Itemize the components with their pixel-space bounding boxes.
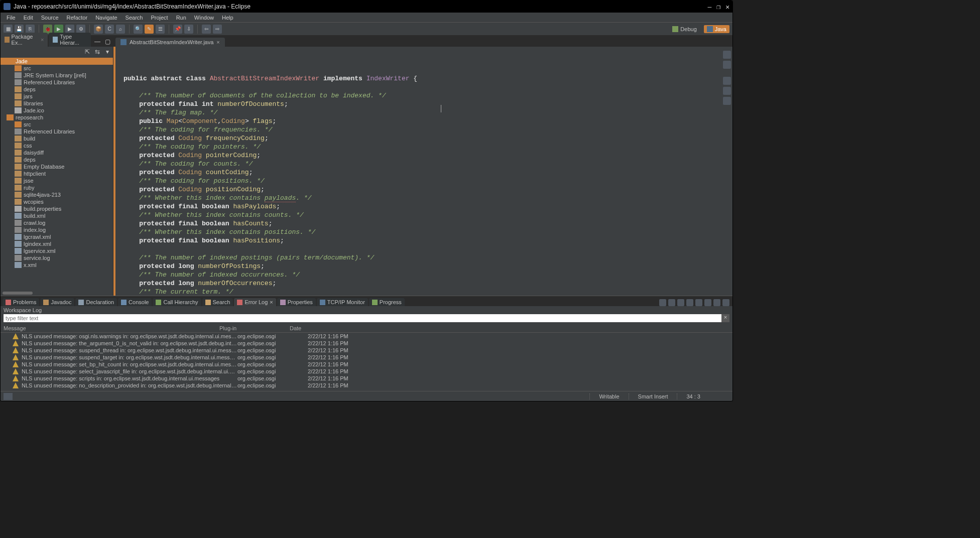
- filter-input[interactable]: [4, 314, 721, 322]
- tree-node[interactable]: lgservice.xml: [1, 247, 113, 254]
- column-message[interactable]: Message: [4, 325, 219, 331]
- log-body[interactable]: NLS unused message: osgi.nls.warnings in…: [1, 333, 732, 391]
- tab-call-hierarchy[interactable]: Call Hierarchy: [153, 298, 201, 306]
- delete-button[interactable]: [686, 299, 693, 306]
- tree-node[interactable]: daisydiff: [1, 149, 113, 156]
- link-editor-button[interactable]: ⇆: [94, 48, 101, 55]
- menu-refactor[interactable]: Refactor: [63, 14, 92, 22]
- import-button[interactable]: [668, 299, 675, 306]
- code-editor[interactable]: public abstract class AbstractBitStreamI…: [119, 47, 721, 296]
- project-tree[interactable]: JadesrcJRE System Library [jre6]Referenc…: [1, 57, 113, 291]
- log-row[interactable]: NLS unused message: suspend_target in: o…: [1, 354, 732, 361]
- tab-declaration[interactable]: Declaration: [75, 298, 117, 306]
- tab-progress[interactable]: Progress: [369, 298, 405, 306]
- overview-ruler-bot[interactable]: [723, 97, 731, 105]
- tab-search[interactable]: Search: [202, 298, 233, 306]
- save-button[interactable]: 💾: [15, 25, 24, 34]
- log-row[interactable]: NLS unused message: set_bp_hit_count in:…: [1, 361, 732, 368]
- forward-button[interactable]: ⇨: [213, 25, 222, 34]
- tree-node[interactable]: x.xml: [1, 261, 113, 268]
- tab-properties[interactable]: Properties: [277, 298, 316, 306]
- tree-scrollbar[interactable]: [1, 291, 113, 296]
- tree-node[interactable]: Jade.ico: [1, 107, 113, 114]
- menu-project[interactable]: Project: [147, 14, 172, 22]
- run-last-button[interactable]: ▶: [65, 25, 74, 34]
- tree-node[interactable]: build.properties: [1, 205, 113, 212]
- tab-console[interactable]: Console: [118, 298, 152, 306]
- next-button[interactable]: ⇩: [184, 25, 193, 34]
- annotation-button[interactable]: ☰: [156, 25, 165, 34]
- save-all-button[interactable]: ⎘: [26, 25, 35, 34]
- tab-error-log[interactable]: Error Log ×: [234, 298, 276, 306]
- tree-node[interactable]: libraries: [1, 100, 113, 107]
- back-button[interactable]: ⇦: [202, 25, 211, 34]
- menu-run[interactable]: Run: [172, 14, 190, 22]
- toggle-mark-button[interactable]: ✎: [145, 25, 154, 34]
- new-package-button[interactable]: 📦: [94, 25, 103, 34]
- log-row[interactable]: NLS unused message: no_description_provi…: [1, 382, 732, 389]
- tree-node[interactable]: lgcrawl.xml: [1, 233, 113, 240]
- tree-node[interactable]: deps: [1, 156, 113, 163]
- clear-button[interactable]: [677, 299, 684, 306]
- external-tools-button[interactable]: ⚙: [76, 25, 85, 34]
- menu-help[interactable]: Help: [218, 14, 237, 22]
- tree-node[interactable]: index.log: [1, 226, 113, 233]
- debug-button[interactable]: 🐞: [43, 25, 52, 34]
- menu-edit[interactable]: Edit: [20, 14, 37, 22]
- tab-tcp-ip-monitor[interactable]: TCP/IP Monitor: [317, 298, 368, 306]
- new-class-button[interactable]: C: [105, 25, 114, 34]
- tab-javadoc[interactable]: Javadoc: [40, 298, 74, 306]
- tree-node[interactable]: reposearch: [1, 114, 113, 121]
- tree-node[interactable]: css: [1, 142, 113, 149]
- run-button[interactable]: ▶: [54, 25, 63, 34]
- tree-node[interactable]: jsse: [1, 177, 113, 184]
- menu-file[interactable]: File: [3, 14, 20, 22]
- log-row[interactable]: NLS unused message: suspend_thread in: o…: [1, 347, 732, 354]
- toggle-outline-button[interactable]: [723, 61, 731, 69]
- close-icon[interactable]: ×: [41, 37, 44, 43]
- toggle-breadcrumb-button[interactable]: [723, 51, 731, 59]
- clear-filter-button[interactable]: ×: [721, 314, 729, 322]
- tree-node[interactable]: service.log: [1, 254, 113, 261]
- minimize-button[interactable]: —: [708, 3, 712, 11]
- search-button[interactable]: 🔍: [134, 25, 143, 34]
- perspective-java[interactable]: Java: [704, 25, 729, 33]
- tab-problems[interactable]: Problems: [3, 298, 39, 306]
- minimize-view-button[interactable]: —: [94, 38, 101, 45]
- column-plugin[interactable]: Plug-in: [219, 325, 290, 331]
- log-row[interactable]: NLS unused message: scripts in: org.ecli…: [1, 375, 732, 382]
- overview-ruler-mid[interactable]: [723, 87, 731, 95]
- tree-node[interactable]: JRE System Library [jre6]: [1, 72, 113, 79]
- view-menu-button[interactable]: ▾: [104, 48, 111, 55]
- min-button[interactable]: [713, 299, 720, 306]
- status-icon[interactable]: [4, 393, 13, 400]
- tree-node[interactable]: Referenced Libraries: [1, 128, 113, 135]
- tree-node[interactable]: httpclient: [1, 170, 113, 177]
- log-row[interactable]: NLS unused message: osgi.nls.warnings in…: [1, 333, 732, 340]
- overview-ruler-top[interactable]: [723, 77, 731, 85]
- maximize-button[interactable]: ❐: [716, 3, 720, 11]
- menu-search[interactable]: Search: [121, 14, 147, 22]
- tree-node[interactable]: crawl.log: [1, 219, 113, 226]
- tree-node[interactable]: Jade: [1, 58, 113, 65]
- menu-window[interactable]: Window: [190, 14, 218, 22]
- menu-source[interactable]: Source: [37, 14, 63, 22]
- column-date[interactable]: Date: [290, 325, 350, 331]
- editor-tab[interactable]: AbstractBitStreamIndexWriter.java ×: [115, 38, 225, 47]
- new-button[interactable]: ▦: [4, 25, 13, 34]
- pin-button[interactable]: 📌: [173, 25, 182, 34]
- type-hierarchy-tab[interactable]: Type Hierar...: [49, 33, 91, 47]
- log-row[interactable]: NLS unused message: select_javascript_fi…: [1, 368, 732, 375]
- tree-node[interactable]: build.xml: [1, 212, 113, 219]
- restore-button[interactable]: [704, 299, 711, 306]
- tree-node[interactable]: Empty Database: [1, 163, 113, 170]
- tree-node[interactable]: sqlite4java-213: [1, 191, 113, 198]
- tree-node[interactable]: lgindex.xml: [1, 240, 113, 247]
- tree-node[interactable]: jars: [1, 93, 113, 100]
- menu-navigate[interactable]: Navigate: [91, 14, 121, 22]
- export-button[interactable]: [659, 299, 666, 306]
- perspective-debug[interactable]: Debug: [669, 25, 699, 33]
- tree-node[interactable]: src: [1, 65, 113, 72]
- close-icon[interactable]: ×: [216, 39, 219, 45]
- open-button[interactable]: [695, 299, 702, 306]
